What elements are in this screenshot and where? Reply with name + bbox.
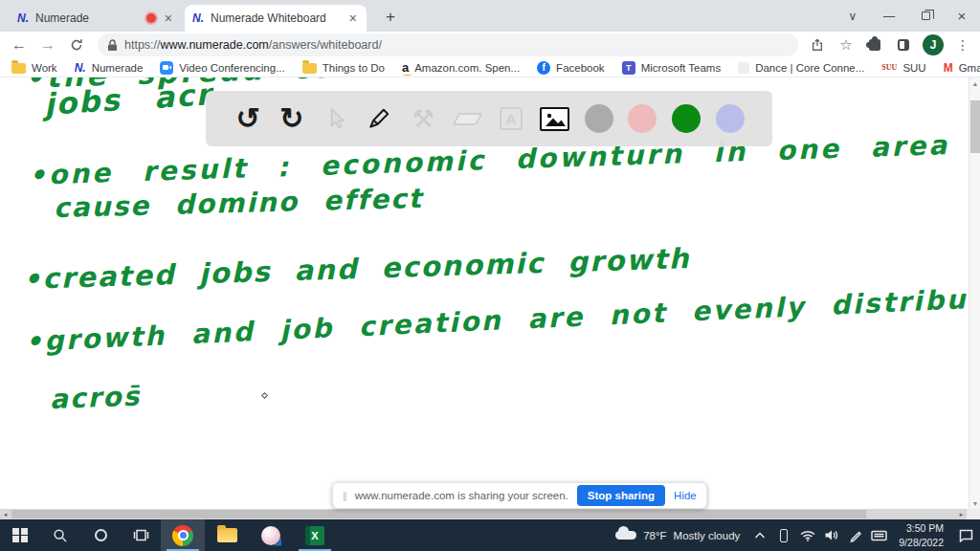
tools-button[interactable]: ⚒	[406, 99, 440, 138]
taskbar-pinned-app-button[interactable]	[249, 519, 293, 551]
tab-search-icon[interactable]: ∨	[835, 0, 871, 32]
whiteboard-canvas[interactable]: •the spread of jobs acr •one result : ec…	[0, 77, 980, 509]
extensions-icon[interactable]	[865, 35, 884, 55]
numerade-favicon: N.	[17, 11, 29, 25]
close-window-button[interactable]: ×	[944, 0, 980, 32]
hide-link[interactable]: Hide	[674, 490, 697, 501]
address-bar[interactable]: https://www.numerade.com/answers/whitebo…	[98, 33, 798, 56]
toolbar-right-icons: ☆ J ⋮	[808, 34, 972, 55]
vertical-scrollbar[interactable]: ▲ ▼	[969, 77, 980, 509]
close-tab-icon[interactable]: ×	[347, 11, 359, 25]
horizontal-scroll-thumb[interactable]	[11, 510, 866, 518]
scroll-down-icon[interactable]: ▼	[969, 497, 980, 509]
undo-button[interactable]: ↺	[231, 99, 265, 138]
scroll-right-icon[interactable]: ▸	[956, 509, 967, 519]
minimize-button[interactable]: —	[871, 0, 907, 32]
eraser-icon	[452, 113, 482, 125]
action-center-button[interactable]	[951, 529, 980, 542]
start-button[interactable]	[0, 519, 40, 551]
side-panel-icon[interactable]	[894, 35, 913, 55]
pointer-tool-button[interactable]	[319, 99, 353, 138]
gray-color-icon	[585, 104, 613, 133]
vertical-scroll-thumb[interactable]	[970, 100, 980, 153]
suu-icon: SUU	[881, 63, 897, 72]
bookmark-star-icon[interactable]: ☆	[836, 35, 856, 55]
file-explorer-icon	[217, 528, 237, 542]
scroll-left-icon[interactable]: ◂	[0, 509, 11, 519]
stop-sharing-button[interactable]: Stop sharing	[577, 485, 665, 506]
tray-network-button[interactable]	[795, 530, 819, 541]
drag-handle-icon[interactable]: ||	[343, 490, 346, 501]
amazon-icon: a	[402, 61, 409, 74]
bookmark-video-conferencing[interactable]: Video Conferencing...	[160, 61, 284, 75]
purple-color-icon	[716, 104, 745, 133]
window-controls: ∨ — ×	[835, 0, 980, 32]
task-view-button[interactable]	[121, 519, 161, 551]
color-swatch-pink[interactable]	[625, 99, 659, 138]
color-swatch-gray[interactable]	[582, 99, 616, 138]
tab-numerade[interactable]: N. Numerade ×	[10, 5, 182, 32]
color-swatch-purple[interactable]	[713, 99, 747, 138]
pencil-icon	[367, 106, 391, 131]
eraser-button[interactable]	[450, 99, 484, 138]
close-tab-icon[interactable]: ×	[163, 11, 174, 25]
pen-cursor	[261, 392, 268, 399]
taskbar-clock[interactable]: 3:50 PM 9/28/2022	[891, 521, 951, 548]
folder-icon	[11, 63, 26, 74]
pinned-app-icon	[261, 526, 280, 545]
text-tool-button[interactable]: A	[494, 99, 528, 138]
back-button[interactable]: ←	[8, 33, 31, 56]
bookmark-things-to-do[interactable]: Things to Do	[302, 62, 385, 74]
screen-share-bar: || www.numerade.com is sharing your scre…	[332, 482, 707, 509]
text-tool-icon: A	[500, 107, 523, 130]
image-icon	[540, 107, 569, 131]
phone-icon	[780, 529, 788, 542]
lock-icon	[107, 39, 118, 52]
share-icon[interactable]	[808, 35, 827, 55]
handwriting-line: •growth and job creation are not evenly …	[24, 281, 980, 358]
taskbar-file-explorer-button[interactable]	[205, 519, 249, 551]
bookmark-numerade[interactable]: N.Numerade	[75, 61, 144, 75]
cortana-button[interactable]	[80, 519, 121, 551]
bookmark-work[interactable]: Work	[11, 62, 57, 74]
pen-tool-button[interactable]	[362, 99, 396, 138]
bookmark-suu[interactable]: SUUSUU	[881, 62, 925, 74]
horizontal-scrollbar[interactable]: ◂ ▸	[0, 509, 967, 519]
tray-keyboard-button[interactable]	[867, 530, 891, 541]
refresh-button[interactable]	[65, 33, 88, 56]
scrollbar-corner	[967, 509, 980, 519]
handwriting-line: acros̄	[49, 381, 141, 415]
color-swatch-green[interactable]	[669, 99, 703, 138]
scroll-up-icon[interactable]: ▲	[969, 77, 980, 89]
taskbar-chrome-button[interactable]	[161, 519, 205, 551]
bookmark-gmail[interactable]: MGmail	[944, 61, 980, 75]
weather-condition: Mostly cloudy	[674, 530, 741, 541]
redo-button[interactable]: ↻	[275, 99, 309, 138]
bookmark-amazon[interactable]: aAmazon.com. Spen...	[402, 61, 520, 74]
pen-icon	[849, 529, 862, 542]
tray-volume-button[interactable]	[819, 529, 843, 541]
clock-date: 9/28/2022	[899, 536, 944, 549]
image-tool-button[interactable]	[538, 99, 572, 138]
bookmark-teams[interactable]: TMicrosoft Teams	[622, 61, 722, 75]
zoom-icon	[160, 61, 173, 75]
taskbar-search-button[interactable]	[40, 519, 80, 551]
chrome-menu-icon[interactable]: ⋮	[953, 35, 972, 55]
profile-avatar[interactable]: J	[923, 34, 944, 55]
taskbar-weather[interactable]: 78°F Mostly cloudy	[608, 530, 747, 541]
restore-button[interactable]	[907, 0, 944, 32]
tray-phone-button[interactable]	[771, 529, 795, 542]
facebook-icon: f	[537, 61, 550, 75]
tray-overflow-button[interactable]	[747, 531, 771, 540]
clock-time: 3:50 PM	[899, 521, 944, 535]
desktop-screen: N. Numerade × N. Numerade Whiteboard × +…	[0, 0, 980, 551]
tray-pen-button[interactable]	[843, 529, 867, 542]
bookmark-dance[interactable]: Dance | Core Conne...	[738, 62, 864, 74]
browser-toolbar: ← → https://www.numerade.com/answers/whi…	[0, 32, 980, 58]
taskbar-excel-button[interactable]: X	[293, 519, 337, 551]
bookmark-facebook[interactable]: fFacebook	[537, 61, 605, 75]
teams-icon: T	[622, 61, 635, 75]
forward-button[interactable]: →	[36, 33, 59, 56]
new-tab-button[interactable]: +	[379, 6, 402, 29]
tab-numerade-whiteboard[interactable]: N. Numerade Whiteboard ×	[185, 5, 367, 32]
